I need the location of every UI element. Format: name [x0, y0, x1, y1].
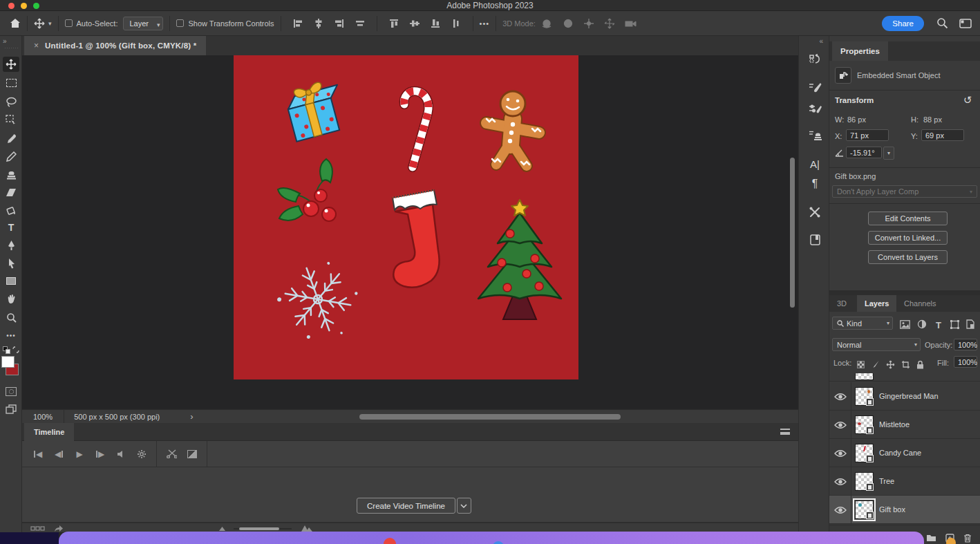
vertical-scrollbar[interactable] [790, 158, 795, 308]
expand-toolbar-icon[interactable]: » [3, 37, 7, 45]
canvas[interactable] [234, 55, 578, 379]
dock-app-icon-red[interactable] [384, 538, 396, 544]
opacity-value[interactable]: 100% [954, 339, 977, 350]
canvas-viewport[interactable] [22, 55, 798, 409]
layer-row-candy-cane[interactable]: Candy Cane [829, 439, 980, 467]
rotation-angle-input[interactable] [846, 147, 882, 158]
layer-thumbnail[interactable] [855, 387, 874, 406]
fill-value[interactable]: 100% [954, 356, 977, 368]
layer-row-gingerbread-man[interactable]: Gingerbread Man [829, 382, 980, 411]
close-tab-icon[interactable]: × [34, 41, 39, 50]
libraries-panel-icon[interactable] [807, 232, 823, 248]
brushes-panel-icon[interactable] [807, 79, 823, 96]
lock-all-icon[interactable] [912, 355, 927, 373]
zoom-out-thumbnails-icon[interactable] [219, 527, 225, 531]
layer-row-gift-box[interactable]: Gift box [829, 496, 980, 524]
clone-stamp-tool[interactable] [3, 167, 19, 182]
y-input[interactable] [921, 129, 964, 141]
zoom-level[interactable]: 100% [22, 413, 64, 421]
edit-toolbar-icon[interactable]: ••• [3, 328, 19, 343]
visibility-toggle[interactable] [829, 467, 851, 496]
visibility-toggle[interactable] [829, 411, 851, 439]
play-button[interactable]: ▶ [69, 449, 90, 459]
visibility-toggle[interactable] [829, 496, 851, 524]
3d-tab[interactable]: 3D [829, 295, 854, 312]
share-button[interactable]: Share [882, 16, 924, 31]
status-chevron-icon[interactable]: › [190, 411, 193, 422]
filter-adjustment-layers-icon[interactable] [914, 315, 930, 333]
hand-tool[interactable] [3, 291, 19, 306]
create-video-timeline-dropdown[interactable] [457, 498, 471, 514]
clone-source-panel-icon[interactable] [807, 127, 823, 144]
align-top-edges-icon[interactable] [388, 18, 399, 29]
tool-presets-panel-icon[interactable] [807, 204, 823, 221]
visibility-toggle[interactable] [829, 439, 851, 467]
layer-thumbnail[interactable] [855, 472, 874, 491]
auto-select-target-select[interactable]: Layer▾ [123, 17, 163, 30]
history-panel-icon[interactable] [807, 52, 823, 68]
lasso-tool[interactable] [3, 94, 19, 109]
more-align-options[interactable]: ••• [480, 19, 490, 28]
filter-type-layers-icon[interactable]: T [931, 316, 946, 334]
first-frame-button[interactable]: ◀ [28, 449, 48, 459]
thumbnail-zoom-slider[interactable] [234, 528, 292, 529]
layer-row-tree[interactable]: Tree [829, 467, 980, 496]
lock-artboards-icon[interactable] [898, 355, 913, 373]
filter-pixel-layers-icon[interactable] [897, 315, 912, 333]
paint-bucket-tool[interactable] [3, 203, 19, 218]
align-vertical-centers-icon[interactable] [409, 18, 420, 29]
lock-image-pixels-icon[interactable] [868, 355, 883, 373]
filter-smart-objects-icon[interactable] [963, 315, 978, 333]
mute-audio-button[interactable] [111, 450, 131, 458]
filter-shape-layers-icon[interactable] [947, 315, 962, 333]
layer-row-partial[interactable] [829, 373, 980, 382]
zoom-tool[interactable] [3, 310, 19, 325]
convert-to-linked-button[interactable]: Convert to Linked... [868, 231, 948, 245]
dock-app-icon-blue[interactable] [493, 541, 504, 544]
distribute-vertical-icon[interactable] [451, 18, 462, 29]
auto-select-checkbox[interactable] [65, 19, 73, 27]
layer-row-mistletoe[interactable]: Mistletoe [829, 411, 980, 439]
type-tool[interactable]: T [3, 220, 19, 235]
align-bottom-edges-icon[interactable] [430, 18, 441, 29]
previous-frame-button[interactable]: ◀ [48, 449, 69, 459]
timeline-settings-button[interactable] [131, 449, 152, 459]
x-input[interactable] [846, 129, 889, 141]
move-tool-icon[interactable] [34, 18, 45, 29]
pen-tool[interactable] [3, 238, 19, 253]
show-transform-controls-checkbox[interactable] [176, 19, 184, 27]
edit-contents-button[interactable]: Edit Contents [868, 212, 948, 225]
frame-view-icon[interactable] [30, 526, 46, 531]
dock-app-icon-yellow[interactable] [946, 538, 956, 544]
create-video-timeline-button[interactable]: Create Video Timeline [357, 498, 455, 514]
lock-position-icon[interactable] [883, 355, 898, 373]
rectangle-tool[interactable] [3, 273, 19, 288]
layer-filter-kind-select[interactable]: Kind ▾ [832, 317, 893, 330]
delete-layer-icon[interactable] [960, 529, 975, 544]
workspace-switcher-icon[interactable] [959, 19, 972, 28]
foreground-color-swatch[interactable] [1, 356, 15, 368]
paragraph-panel-icon[interactable]: ¶ [807, 176, 823, 192]
zoom-in-thumbnails-icon[interactable] [301, 525, 312, 532]
lock-transparent-pixels-icon[interactable] [853, 355, 868, 373]
layer-thumbnail[interactable] [855, 415, 874, 434]
tool-preset-chevron-icon[interactable]: ▾ [48, 20, 52, 27]
horizontal-scrollbar[interactable] [359, 414, 621, 420]
document-tab[interactable]: × Untitled-1 @ 100% (Gift box, CMYK/8) * [24, 36, 206, 55]
new-group-icon[interactable] [923, 529, 939, 544]
align-left-edges-icon[interactable] [292, 18, 303, 29]
macos-dock[interactable] [59, 532, 924, 544]
home-icon[interactable] [10, 18, 21, 28]
brush-settings-panel-icon[interactable] [807, 100, 823, 117]
visibility-toggle[interactable] [829, 382, 851, 411]
search-icon[interactable] [936, 17, 948, 29]
distribute-horizontal-icon[interactable] [355, 18, 366, 29]
align-right-edges-icon[interactable] [334, 18, 345, 29]
next-frame-button[interactable]: ▶ [90, 449, 111, 459]
quick-mask-mode-button[interactable] [3, 384, 19, 399]
reset-transform-icon[interactable]: ↻ [963, 94, 972, 106]
swap-colors-icon[interactable] [12, 346, 19, 353]
properties-tab[interactable]: Properties [832, 41, 888, 61]
render-export-icon[interactable] [54, 525, 64, 532]
collapse-panels-icon[interactable]: « [819, 37, 823, 45]
